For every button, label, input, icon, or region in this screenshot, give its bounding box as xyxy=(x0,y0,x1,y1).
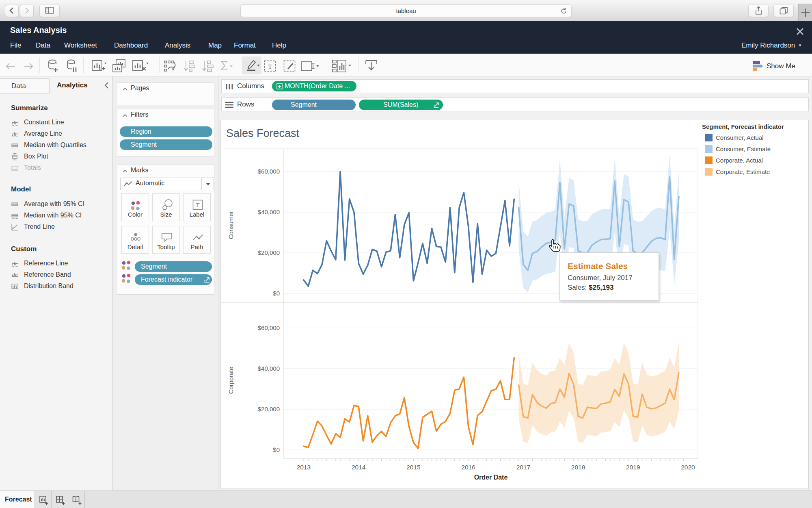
svg-text:2014: 2014 xyxy=(352,464,366,471)
svg-text:2020: 2020 xyxy=(681,464,695,471)
svg-text:$0: $0 xyxy=(273,290,280,297)
svg-text:T: T xyxy=(268,63,272,70)
svg-text:2013: 2013 xyxy=(297,464,311,471)
svg-text:2015: 2015 xyxy=(406,464,420,471)
svg-text:Corporate: Corporate xyxy=(227,367,234,394)
svg-text:2019: 2019 xyxy=(626,464,640,471)
svg-text:$20,000: $20,000 xyxy=(258,249,280,256)
svg-text:Consumer: Consumer xyxy=(227,211,234,239)
svg-text:Order Date: Order Date xyxy=(474,474,508,481)
svg-text:$60,000: $60,000 xyxy=(258,168,280,175)
svg-text:$20,000: $20,000 xyxy=(258,406,280,412)
svg-text:$40,000: $40,000 xyxy=(258,208,280,215)
svg-text:T: T xyxy=(196,202,199,208)
svg-text:2016: 2016 xyxy=(461,464,475,471)
svg-text:$0: $0 xyxy=(273,446,280,453)
svg-text:$40,000: $40,000 xyxy=(258,365,280,372)
svg-text:2017: 2017 xyxy=(516,464,530,471)
svg-text:2018: 2018 xyxy=(571,464,585,471)
svg-text:$60,000: $60,000 xyxy=(258,324,280,331)
